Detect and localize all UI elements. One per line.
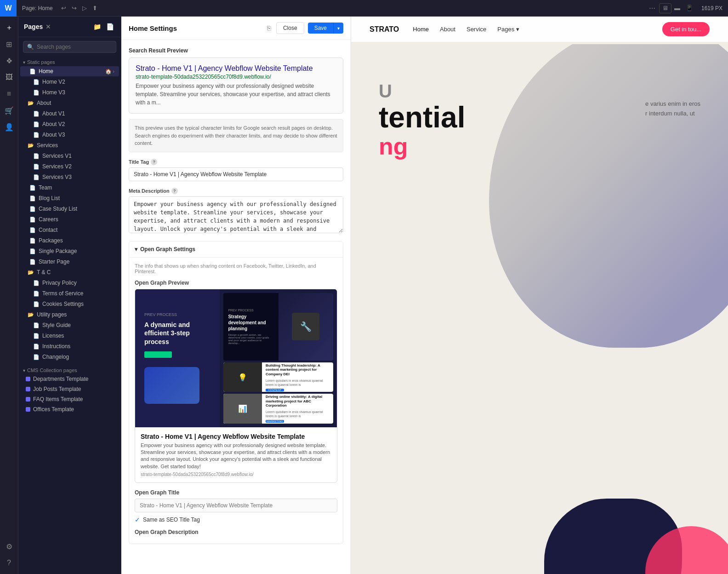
page-item-singlepackage[interactable]: 📄 Single Package	[20, 246, 119, 256]
static-pages-section-header[interactable]: ▾ Static pages	[18, 57, 121, 66]
toolbar-add-icon[interactable]: ＋	[2, 20, 17, 35]
cms-name-faqitems: FAQ Items Template	[33, 396, 83, 402]
tablet-icon[interactable]: ▬	[671, 5, 683, 11]
cms-item-jobposts[interactable]: Job Posts Template	[18, 384, 121, 394]
page-item-changelog[interactable]: 📄 Changelog	[20, 352, 119, 362]
save-dropdown-button[interactable]: ▾	[333, 23, 343, 34]
add-folder-icon[interactable]: 📁	[91, 21, 102, 32]
page-item-licenses[interactable]: 📄 Licenses	[20, 331, 119, 341]
nav-link-about[interactable]: About	[440, 26, 455, 33]
page-item-homev3[interactable]: 📄 Home V3	[20, 87, 119, 98]
meta-description-textarea[interactable]: Empower your business agency with our pr…	[129, 196, 343, 233]
page-name-homev3: Home V3	[42, 89, 114, 96]
toolbar-ecomm-icon[interactable]: 🛒	[2, 103, 17, 118]
publish-button[interactable]: ⬆	[90, 5, 100, 11]
toolbar-assets-icon[interactable]: 🖼	[2, 70, 17, 85]
folder-utilitypages[interactable]: 📂 Utility pages	[18, 310, 121, 320]
toolbar-cms-icon[interactable]: ≡	[2, 86, 17, 101]
cms-item-offices[interactable]: Offices Template	[18, 404, 121, 414]
save-button[interactable]: Save	[308, 23, 333, 34]
title-tag-label: Title Tag	[129, 159, 149, 165]
page-file-icon: 📄	[29, 238, 36, 244]
page-file-icon: 📄	[29, 206, 36, 212]
checkbox-checked-icon: ✓	[135, 516, 140, 523]
page-item-styleguide[interactable]: 📄 Style Guide	[20, 320, 119, 330]
page-item-homev2[interactable]: 📄 Home V2	[20, 77, 119, 87]
page-item-careers[interactable]: 📄 Careers	[20, 214, 119, 224]
page-item-team[interactable]: 📄 Team	[20, 183, 119, 193]
webflow-logo[interactable]: W	[0, 0, 17, 17]
cms-pages-label: CMS Collection pages	[27, 367, 77, 373]
toolbar-pages-icon[interactable]: ⊞	[2, 37, 17, 52]
undo-button[interactable]: ↩	[58, 5, 69, 11]
og-left-title: A dynamic and efficient 3-step process	[144, 321, 210, 346]
toolbar-users-icon[interactable]: 👤	[2, 120, 17, 134]
hero-heading: Utential ng	[379, 81, 465, 160]
og-settings-header[interactable]: ▾ Open Graph Settings	[129, 241, 343, 257]
page-item-casestudylist[interactable]: 📄 Case Study List	[20, 204, 119, 214]
og-card-1: 💡 Building Thought leadership: A content…	[223, 362, 333, 392]
folder-services-label: Services	[37, 142, 58, 149]
mobile-icon[interactable]: 📱	[683, 5, 696, 11]
cms-item-departments[interactable]: Departments Template	[18, 374, 121, 384]
page-item-instructions[interactable]: 📄 Instructions	[20, 341, 119, 351]
og-left-panel: PREV PROCESS A dynamic and efficient 3-s…	[135, 289, 220, 427]
page-file-icon: 📄	[29, 217, 36, 223]
folder-tandc[interactable]: 📂 T & C	[18, 267, 121, 277]
site-cta-button[interactable]: Get in tou...	[662, 22, 710, 36]
close-button[interactable]: Close	[276, 22, 304, 34]
page-item-aboutv1[interactable]: 📄 About V1	[20, 109, 119, 119]
page-item-servicesv2[interactable]: 📄 Services V2	[20, 161, 119, 172]
search-input[interactable]	[37, 44, 112, 50]
home-icon: 🏠	[105, 69, 112, 75]
page-item-aboutv3[interactable]: 📄 About V3	[20, 130, 119, 140]
page-name-home: Home	[39, 68, 105, 75]
page-item-contact[interactable]: 📄 Contact	[20, 225, 119, 235]
nav-link-home[interactable]: Home	[413, 26, 429, 33]
left-toolbar: ＋ ⊞ ❖ 🖼 ≡ 🛒 👤 ⚙ ? ⊞	[0, 17, 18, 574]
cms-item-faqitems[interactable]: FAQ Items Template	[18, 394, 121, 404]
nav-link-service[interactable]: Service	[466, 26, 486, 33]
page-item-starterpage[interactable]: 📄 Starter Page	[20, 257, 119, 267]
page-name-casestudylist: Case Study List	[39, 206, 114, 212]
pages-panel-close[interactable]: ✕	[46, 23, 51, 30]
preview-button[interactable]: ▷	[80, 5, 90, 11]
toolbar-help-icon[interactable]: ?	[2, 556, 17, 570]
toolbar-settings-icon[interactable]: ⚙	[2, 539, 17, 554]
page-item-packages[interactable]: 📄 Packages	[20, 235, 119, 246]
og-preview-bottom: Strato - Home V1 | Agency Webflow Websit…	[135, 427, 337, 483]
toolbar-apps-icon[interactable]: ⊞	[2, 572, 17, 574]
page-item-bloglist[interactable]: 📄 Blog List	[20, 193, 119, 203]
redo-button[interactable]: ↪	[69, 5, 80, 11]
copy-link-icon[interactable]: ⎘	[265, 23, 273, 34]
meta-description-help-icon[interactable]: ?	[171, 188, 178, 194]
og-card-2: 📊 Driving online visibility: A digital m…	[223, 394, 333, 423]
title-tag-help-icon[interactable]: ?	[151, 159, 157, 165]
og-illustration	[144, 367, 199, 404]
nav-pages-dropdown[interactable]: Pages ▾	[497, 26, 519, 33]
search-box[interactable]: 🔍	[23, 41, 116, 53]
more-options-icon[interactable]: ⋯	[645, 5, 659, 12]
og-card2-text: Lorem quisdam in eros vivamus quaerat lo…	[266, 410, 330, 418]
add-page-icon[interactable]: 📄	[104, 21, 115, 32]
cms-pages-section-header[interactable]: ▾ CMS Collection pages	[18, 365, 121, 374]
page-item-home[interactable]: 📄 Home 🏠 ›	[20, 66, 119, 76]
page-file-icon: 📄	[29, 248, 36, 254]
page-item-cookiessettings[interactable]: 📄 Cookies Settings	[20, 299, 119, 309]
page-file-icon: 📄	[33, 79, 40, 85]
page-item-privacypolicy[interactable]: 📄 Privacy Policy	[20, 278, 119, 288]
page-item-servicesv1[interactable]: 📄 Services V1	[20, 151, 119, 161]
preview-site: STRATO Home About Service Pages ▾ Get in…	[351, 17, 728, 574]
folder-services[interactable]: 📂 Services	[18, 140, 121, 150]
folder-open-icon: 📂	[28, 270, 34, 276]
page-item-aboutv2[interactable]: 📄 About V2	[20, 119, 119, 129]
og-title-input[interactable]	[135, 499, 337, 512]
page-item-servicesv3[interactable]: 📄 Services V3	[20, 172, 119, 182]
canvas-mode-icon[interactable]: 🖥	[659, 3, 671, 13]
same-as-seo-row[interactable]: ✓ Same as SEO Title Tag	[135, 516, 337, 523]
folder-about[interactable]: 📂 About	[18, 98, 121, 108]
toolbar-components-icon[interactable]: ❖	[2, 53, 17, 68]
title-tag-input[interactable]	[129, 167, 343, 181]
page-item-termsofservice[interactable]: 📄 Terms of Service	[20, 288, 119, 298]
preview-url: strato-template-50dada253220565cc70f8d9.…	[136, 74, 336, 80]
